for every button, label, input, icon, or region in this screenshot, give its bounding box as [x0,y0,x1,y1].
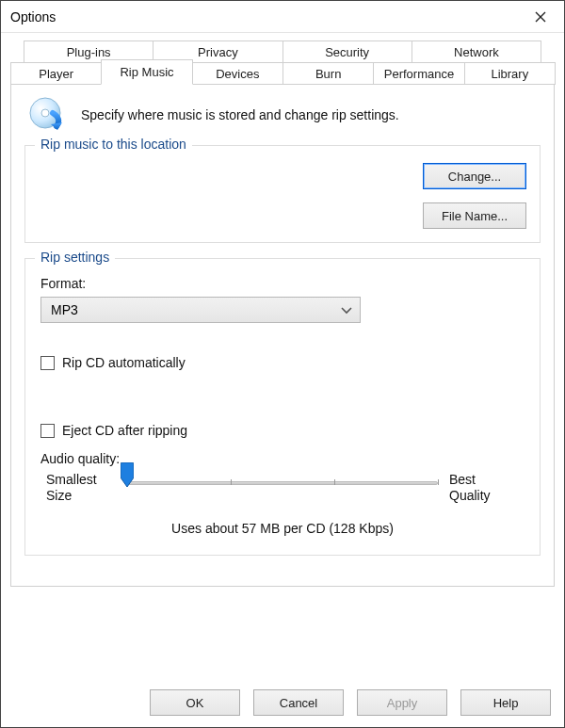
tabs: Plug-ins Privacy Security Network Player… [10,40,555,587]
tab-security[interactable]: Security [282,40,412,63]
tab-network[interactable]: Network [412,40,541,63]
eject-label: Eject CD after ripping [62,423,187,438]
rip-auto-label: Rip CD automatically [62,355,186,370]
format-select[interactable]: MP3 [40,297,361,323]
slider-left-label: Smallest Size [46,472,116,504]
eject-checkbox[interactable] [40,424,55,438]
svg-point-1 [41,109,49,117]
tab-burn[interactable]: Burn [282,62,374,85]
group-rip-location: Rip music to this location Change... Fil… [24,145,541,243]
window-title: Options [10,9,56,24]
panel-description: Specify where music is stored and change… [81,107,399,122]
slider-right-label: Best Quality [449,472,519,504]
tab-panel-rip-music: Specify where music is stored and change… [10,84,555,587]
slider-thumb-icon[interactable] [121,462,134,487]
audio-quality-label: Audio quality: [40,451,525,466]
content-area: Plug-ins Privacy Security Network Player… [1,33,564,678]
close-icon [535,11,546,23]
tab-rip-music[interactable]: Rip Music [101,59,192,85]
cancel-button[interactable]: Cancel [253,689,344,716]
tab-player[interactable]: Player [10,62,102,85]
ok-button[interactable]: OK [150,689,240,716]
group-rip-location-legend: Rip music to this location [35,137,192,152]
slider-hint: Uses about 57 MB per CD (128 Kbps) [46,521,519,536]
tab-library[interactable]: Library [464,62,556,85]
close-button[interactable] [526,5,555,29]
rip-music-icon [28,96,66,134]
eject-row[interactable]: Eject CD after ripping [40,423,525,438]
change-button[interactable]: Change... [423,163,526,189]
file-name-button[interactable]: File Name... [423,202,526,229]
format-value: MP3 [51,302,78,317]
options-window: Options Plug-ins Privacy Security Networ… [0,0,565,728]
format-label: Format: [40,276,525,291]
titlebar: Options [1,1,564,33]
group-rip-settings-legend: Rip settings [35,250,115,265]
help-button[interactable]: Help [460,689,551,716]
tab-devices[interactable]: Devices [192,62,283,85]
audio-quality-slider-wrap: Smallest Size [40,472,525,536]
chevron-down-icon [341,302,352,317]
rip-auto-row[interactable]: Rip CD automatically [40,355,525,370]
group-rip-settings: Rip settings Format: MP3 Rip CD automati… [24,258,541,556]
audio-quality-slider[interactable] [127,472,438,485]
dialog-button-bar: OK Cancel Apply Help [1,678,564,727]
rip-auto-checkbox[interactable] [40,356,55,370]
apply-button[interactable]: Apply [357,689,447,716]
tab-performance[interactable]: Performance [373,62,464,85]
